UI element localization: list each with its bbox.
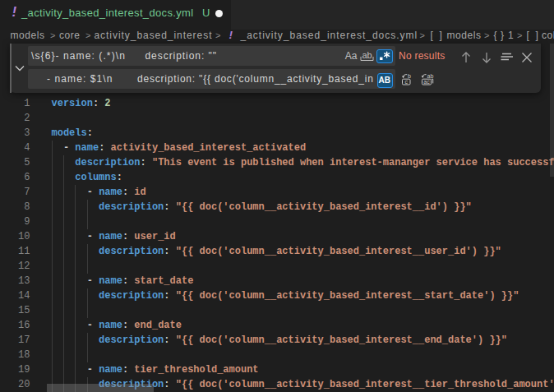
svg-text:ab: ab [362,50,372,60]
svg-text:b: b [408,73,411,79]
svg-text:ab: ab [427,73,433,79]
svg-text:ac: ac [423,79,430,85]
svg-text:c: c [405,79,409,85]
